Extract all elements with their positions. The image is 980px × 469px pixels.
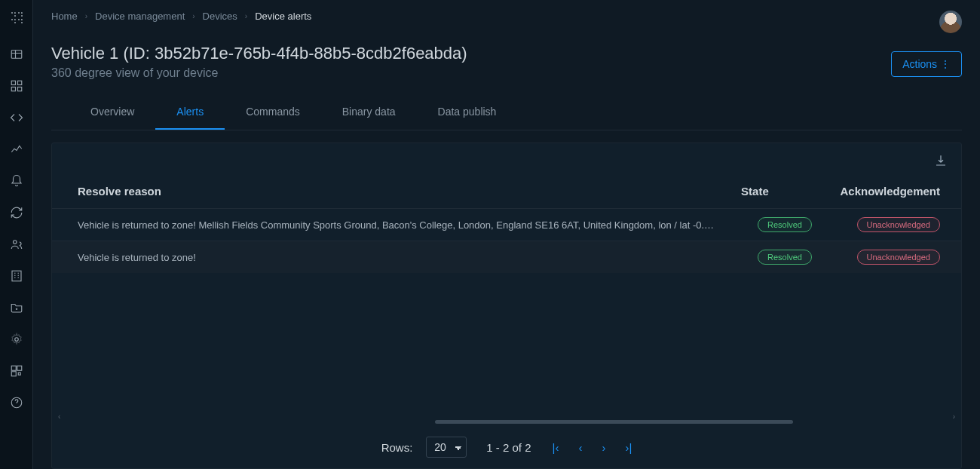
svg-rect-2 [17, 81, 21, 84]
cell-reason: Vehicle is returned to zone! Mellish Fie… [52, 209, 732, 241]
pagination: Rows: 20 1 - 2 of 2 |‹ ‹ › ›| [52, 426, 961, 468]
chevron-right-icon: › [85, 12, 87, 20]
avatar[interactable] [939, 11, 962, 33]
svg-rect-8 [11, 366, 16, 370]
svg-rect-9 [17, 366, 21, 370]
tab-binary-data[interactable]: Binary data [321, 95, 417, 130]
column-header: State [732, 174, 831, 209]
breadcrumb-item[interactable]: Home [51, 11, 78, 22]
svg-rect-1 [11, 81, 15, 84]
tab-data-publish[interactable]: Data publish [417, 95, 518, 130]
svg-rect-0 [11, 51, 22, 59]
table-row[interactable]: Vehicle is returned to zone!ResolvedUnac… [52, 241, 961, 274]
state-badge: Resolved [758, 250, 812, 265]
svg-rect-11 [18, 372, 20, 375]
svg-rect-4 [17, 87, 21, 91]
title-block: Vehicle 1 (ID: 3b52b71e-765b-4f4b-88b5-8… [33, 33, 980, 86]
pagination-range: 1 - 2 of 2 [486, 441, 531, 454]
scroll-right-icon[interactable]: › [953, 412, 955, 421]
nav-extensions-icon[interactable] [9, 363, 24, 379]
svg-point-7 [14, 338, 18, 342]
tab-commands[interactable]: Commands [225, 95, 321, 130]
nav-gear-icon[interactable] [9, 332, 24, 347]
table-row[interactable]: Vehicle is returned to zone! Mellish Fie… [52, 209, 961, 241]
alerts-panel: Resolve reasonStateAcknowledgement Vehic… [51, 143, 962, 469]
nav-code-icon[interactable] [9, 110, 24, 125]
breadcrumb-item[interactable]: Devices [203, 11, 237, 22]
page-subtitle: 360 degree view of your device [51, 66, 962, 80]
cell-reason: Vehicle is returned to zone! [52, 241, 732, 274]
actions-button[interactable]: Actions ⋮ [891, 51, 962, 77]
first-page-button[interactable]: |‹ [553, 441, 559, 454]
column-header: Acknowledgement [831, 174, 962, 209]
svg-point-5 [13, 241, 17, 244]
page-title: Vehicle 1 (ID: 3b52b71e-765b-4f4b-88b5-8… [51, 44, 962, 63]
nav-people-icon[interactable] [9, 237, 24, 252]
nav-graph-icon[interactable] [9, 142, 24, 157]
nav-bell-icon[interactable] [9, 173, 24, 189]
column-header: Resolve reason [52, 174, 732, 209]
nav-folder-icon[interactable] [9, 300, 24, 315]
prev-page-button[interactable]: ‹ [578, 441, 582, 454]
tab-alerts[interactable]: Alerts [155, 95, 225, 130]
nav-building-icon[interactable] [9, 268, 24, 284]
breadcrumb-item[interactable]: Device management [95, 11, 185, 22]
ack-badge: Unacknowledged [857, 250, 940, 265]
svg-rect-10 [11, 372, 16, 376]
horizontal-scrollbar[interactable]: ‹ › [52, 414, 961, 426]
alerts-table: Resolve reasonStateAcknowledgement Vehic… [52, 174, 961, 273]
chevron-right-icon: › [192, 12, 194, 20]
download-icon[interactable] [934, 154, 948, 170]
breadcrumb: Home›Device management›Devices›Device al… [51, 11, 311, 22]
breadcrumb-item: Device alerts [255, 11, 311, 22]
nav-sync-icon[interactable] [9, 205, 24, 220]
nav-grid-icon[interactable] [9, 78, 24, 93]
left-sidebar [0, 0, 33, 469]
next-page-button[interactable]: › [602, 441, 605, 454]
main-content: Home›Device management›Devices›Device al… [33, 0, 980, 469]
svg-rect-6 [12, 271, 21, 281]
logo-icon [9, 11, 24, 26]
topbar: Home›Device management›Devices›Device al… [33, 0, 980, 33]
nav-tables-icon[interactable] [9, 47, 24, 62]
rows-label: Rows: [381, 441, 413, 454]
svg-rect-3 [11, 87, 15, 91]
state-badge: Resolved [758, 217, 812, 232]
page-size-select[interactable]: 20 [426, 437, 467, 458]
nav-help-icon[interactable] [9, 395, 24, 410]
tabs: OverviewAlertsCommandsBinary dataData pu… [51, 95, 962, 130]
ack-badge: Unacknowledged [857, 217, 940, 232]
tab-overview[interactable]: Overview [69, 95, 155, 130]
chevron-right-icon: › [245, 12, 247, 20]
last-page-button[interactable]: ›| [625, 441, 632, 454]
